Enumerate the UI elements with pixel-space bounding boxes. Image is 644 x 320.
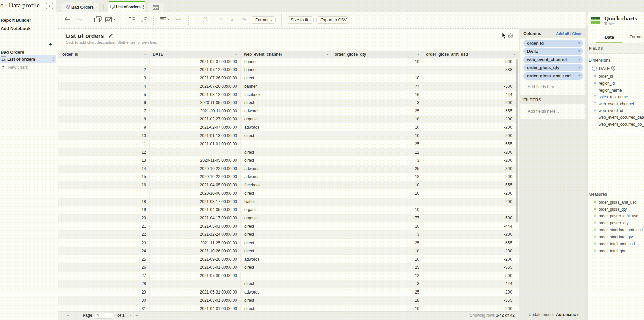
svg-text:0: 0 [205,17,207,20]
svg-text:.0: .0 [203,17,205,20]
